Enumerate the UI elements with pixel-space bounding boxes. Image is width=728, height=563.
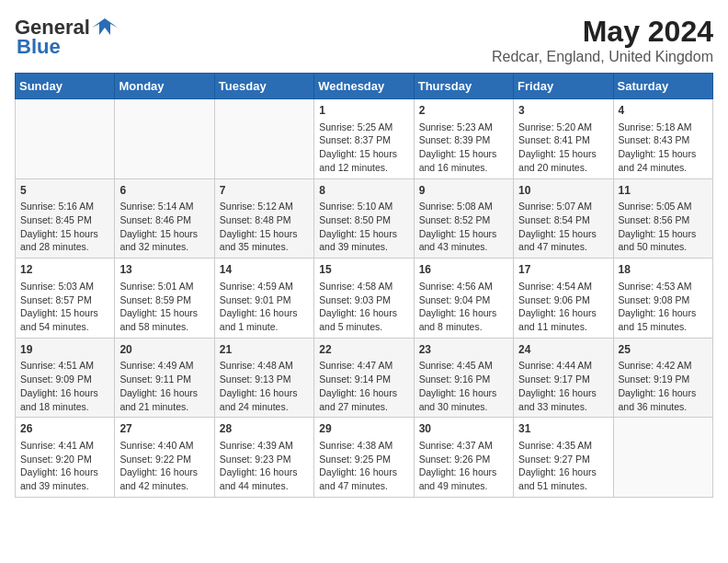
day-number: 3 (518, 103, 608, 119)
calendar-cell (613, 418, 712, 498)
day-number: 23 (419, 342, 508, 358)
calendar-cell (115, 99, 214, 179)
week-row-2: 5Sunrise: 5:16 AM Sunset: 8:45 PM Daylig… (16, 178, 713, 259)
calendar-cell: 23Sunrise: 4:45 AM Sunset: 9:16 PM Dayli… (414, 338, 513, 418)
day-number: 1 (319, 103, 408, 119)
day-info: Sunrise: 5:10 AM Sunset: 8:50 PM Dayligh… (319, 200, 408, 254)
calendar-cell: 7Sunrise: 5:12 AM Sunset: 8:48 PM Daylig… (214, 178, 313, 259)
header: General Blue May 2024 Redcar, England, U… (15, 15, 713, 65)
day-info: Sunrise: 4:42 AM Sunset: 9:19 PM Dayligh… (619, 359, 708, 413)
day-number: 12 (20, 262, 109, 278)
day-info: Sunrise: 5:23 AM Sunset: 8:39 PM Dayligh… (419, 121, 508, 175)
week-row-1: 1Sunrise: 5:25 AM Sunset: 8:37 PM Daylig… (16, 99, 713, 179)
calendar-cell: 12Sunrise: 5:03 AM Sunset: 8:57 PM Dayli… (16, 259, 115, 339)
day-info: Sunrise: 5:01 AM Sunset: 8:59 PM Dayligh… (119, 280, 209, 334)
day-info: Sunrise: 4:59 AM Sunset: 9:01 PM Dayligh… (220, 280, 309, 334)
day-number: 11 (619, 183, 708, 199)
day-number: 15 (319, 262, 408, 278)
day-number: 4 (619, 103, 708, 119)
calendar-cell (214, 99, 313, 179)
day-info: Sunrise: 4:49 AM Sunset: 9:11 PM Dayligh… (119, 359, 209, 413)
day-info: Sunrise: 4:48 AM Sunset: 9:13 PM Dayligh… (220, 359, 309, 413)
page-title: May 2024 (492, 15, 713, 49)
day-number: 16 (419, 262, 508, 278)
day-info: Sunrise: 5:07 AM Sunset: 8:54 PM Dayligh… (518, 200, 608, 254)
title-area: May 2024 Redcar, England, United Kingdom (492, 15, 713, 65)
day-number: 14 (220, 262, 309, 278)
calendar-cell: 10Sunrise: 5:07 AM Sunset: 8:54 PM Dayli… (514, 178, 613, 259)
day-number: 29 (319, 421, 408, 437)
day-number: 7 (220, 183, 309, 199)
day-info: Sunrise: 4:41 AM Sunset: 9:20 PM Dayligh… (20, 439, 109, 493)
day-number: 2 (419, 103, 508, 119)
logo: General Blue (15, 15, 118, 57)
day-number: 28 (220, 421, 309, 437)
day-info: Sunrise: 4:45 AM Sunset: 9:16 PM Dayligh… (419, 359, 508, 413)
day-info: Sunrise: 4:38 AM Sunset: 9:25 PM Dayligh… (319, 439, 408, 493)
header-day-friday: Friday (514, 74, 613, 99)
day-info: Sunrise: 4:35 AM Sunset: 9:27 PM Dayligh… (518, 439, 608, 493)
calendar-cell: 5Sunrise: 5:16 AM Sunset: 8:45 PM Daylig… (16, 178, 115, 259)
day-info: Sunrise: 4:39 AM Sunset: 9:23 PM Dayligh… (220, 439, 309, 493)
day-number: 13 (119, 262, 209, 278)
day-number: 25 (619, 342, 708, 358)
calendar-cell: 20Sunrise: 4:49 AM Sunset: 9:11 PM Dayli… (115, 338, 214, 418)
day-info: Sunrise: 5:16 AM Sunset: 8:45 PM Dayligh… (20, 200, 109, 254)
day-info: Sunrise: 4:47 AM Sunset: 9:14 PM Dayligh… (319, 359, 408, 413)
calendar-cell: 22Sunrise: 4:47 AM Sunset: 9:14 PM Dayli… (314, 338, 414, 418)
day-info: Sunrise: 5:18 AM Sunset: 8:43 PM Dayligh… (619, 121, 708, 175)
day-number: 18 (619, 262, 708, 278)
calendar-cell: 9Sunrise: 5:08 AM Sunset: 8:52 PM Daylig… (414, 178, 513, 259)
day-info: Sunrise: 4:37 AM Sunset: 9:26 PM Dayligh… (419, 439, 508, 493)
day-info: Sunrise: 5:08 AM Sunset: 8:52 PM Dayligh… (419, 200, 508, 254)
calendar-cell: 18Sunrise: 4:53 AM Sunset: 9:08 PM Dayli… (613, 259, 712, 339)
day-info: Sunrise: 4:56 AM Sunset: 9:04 PM Dayligh… (419, 280, 508, 334)
calendar-cell: 2Sunrise: 5:23 AM Sunset: 8:39 PM Daylig… (414, 99, 513, 179)
calendar-header-row: SundayMondayTuesdayWednesdayThursdayFrid… (16, 74, 713, 99)
day-number: 17 (518, 262, 608, 278)
calendar-cell: 8Sunrise: 5:10 AM Sunset: 8:50 PM Daylig… (314, 178, 414, 259)
calendar-cell: 11Sunrise: 5:05 AM Sunset: 8:56 PM Dayli… (613, 178, 712, 259)
logo-blue-text: Blue (17, 37, 61, 57)
day-info: Sunrise: 5:14 AM Sunset: 8:46 PM Dayligh… (119, 200, 209, 254)
calendar-cell: 3Sunrise: 5:20 AM Sunset: 8:41 PM Daylig… (514, 99, 613, 179)
calendar-cell: 1Sunrise: 5:25 AM Sunset: 8:37 PM Daylig… (314, 99, 414, 179)
header-day-wednesday: Wednesday (314, 74, 414, 99)
calendar-cell: 28Sunrise: 4:39 AM Sunset: 9:23 PM Dayli… (214, 418, 313, 498)
day-info: Sunrise: 4:51 AM Sunset: 9:09 PM Dayligh… (20, 359, 109, 413)
calendar-cell: 24Sunrise: 4:44 AM Sunset: 9:17 PM Dayli… (514, 338, 613, 418)
day-info: Sunrise: 4:44 AM Sunset: 9:17 PM Dayligh… (518, 359, 608, 413)
calendar-cell: 27Sunrise: 4:40 AM Sunset: 9:22 PM Dayli… (115, 418, 214, 498)
calendar-cell: 29Sunrise: 4:38 AM Sunset: 9:25 PM Dayli… (314, 418, 414, 498)
page-subtitle: Redcar, England, United Kingdom (492, 49, 713, 65)
calendar-cell (16, 99, 115, 179)
day-number: 30 (419, 421, 508, 437)
calendar-cell: 21Sunrise: 4:48 AM Sunset: 9:13 PM Dayli… (214, 338, 313, 418)
day-number: 27 (119, 421, 209, 437)
day-info: Sunrise: 4:58 AM Sunset: 9:03 PM Dayligh… (319, 280, 408, 334)
day-info: Sunrise: 5:12 AM Sunset: 8:48 PM Dayligh… (220, 200, 309, 254)
day-number: 6 (119, 183, 209, 199)
calendar-cell: 26Sunrise: 4:41 AM Sunset: 9:20 PM Dayli… (16, 418, 115, 498)
day-number: 9 (419, 183, 508, 199)
calendar-cell: 31Sunrise: 4:35 AM Sunset: 9:27 PM Dayli… (514, 418, 613, 498)
day-info: Sunrise: 4:40 AM Sunset: 9:22 PM Dayligh… (119, 439, 209, 493)
day-info: Sunrise: 5:20 AM Sunset: 8:41 PM Dayligh… (518, 121, 608, 175)
svg-marker-0 (92, 18, 118, 35)
week-row-5: 26Sunrise: 4:41 AM Sunset: 9:20 PM Dayli… (16, 418, 713, 498)
calendar-cell: 19Sunrise: 4:51 AM Sunset: 9:09 PM Dayli… (16, 338, 115, 418)
header-day-sunday: Sunday (16, 74, 115, 99)
calendar-cell: 17Sunrise: 4:54 AM Sunset: 9:06 PM Dayli… (514, 259, 613, 339)
day-number: 26 (20, 421, 109, 437)
day-number: 31 (518, 421, 608, 437)
day-number: 19 (20, 342, 109, 358)
logo-bird-icon (92, 15, 118, 40)
header-day-saturday: Saturday (613, 74, 712, 99)
day-info: Sunrise: 5:03 AM Sunset: 8:57 PM Dayligh… (20, 280, 109, 334)
day-number: 10 (518, 183, 608, 199)
day-info: Sunrise: 4:54 AM Sunset: 9:06 PM Dayligh… (518, 280, 608, 334)
header-day-monday: Monday (115, 74, 214, 99)
calendar-table: SundayMondayTuesdayWednesdayThursdayFrid… (15, 73, 713, 498)
calendar-cell: 13Sunrise: 5:01 AM Sunset: 8:59 PM Dayli… (115, 259, 214, 339)
calendar-cell: 25Sunrise: 4:42 AM Sunset: 9:19 PM Dayli… (613, 338, 712, 418)
